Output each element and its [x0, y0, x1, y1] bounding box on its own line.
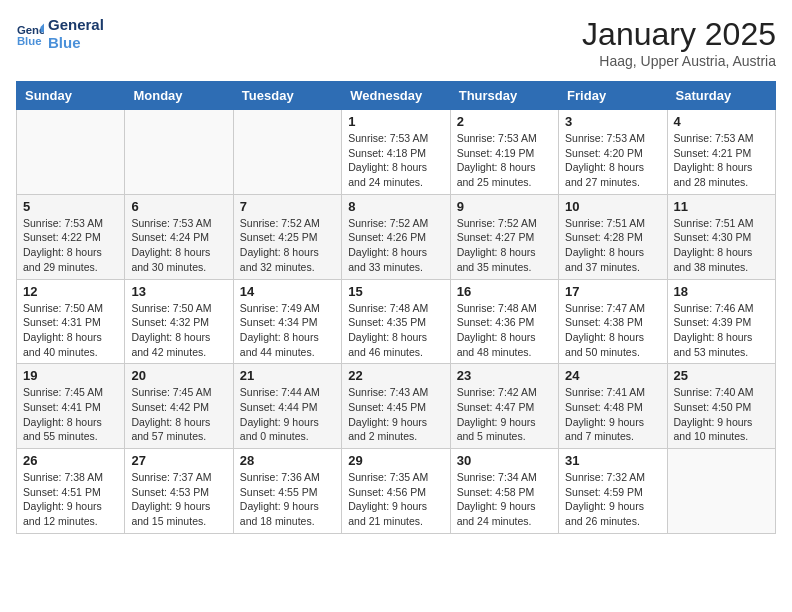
- logo: General Blue General Blue: [16, 16, 104, 52]
- calendar-cell: 18Sunrise: 7:46 AM Sunset: 4:39 PM Dayli…: [667, 279, 775, 364]
- day-info: Sunrise: 7:48 AM Sunset: 4:36 PM Dayligh…: [457, 301, 552, 360]
- day-number: 26: [23, 453, 118, 468]
- day-info: Sunrise: 7:53 AM Sunset: 4:20 PM Dayligh…: [565, 131, 660, 190]
- day-number: 1: [348, 114, 443, 129]
- calendar-header-monday: Monday: [125, 82, 233, 110]
- day-number: 17: [565, 284, 660, 299]
- day-number: 14: [240, 284, 335, 299]
- calendar-cell: [233, 110, 341, 195]
- calendar-cell: 8Sunrise: 7:52 AM Sunset: 4:26 PM Daylig…: [342, 194, 450, 279]
- day-info: Sunrise: 7:51 AM Sunset: 4:30 PM Dayligh…: [674, 216, 769, 275]
- day-info: Sunrise: 7:40 AM Sunset: 4:50 PM Dayligh…: [674, 385, 769, 444]
- day-number: 10: [565, 199, 660, 214]
- day-info: Sunrise: 7:36 AM Sunset: 4:55 PM Dayligh…: [240, 470, 335, 529]
- day-info: Sunrise: 7:45 AM Sunset: 4:41 PM Dayligh…: [23, 385, 118, 444]
- calendar-week-row: 12Sunrise: 7:50 AM Sunset: 4:31 PM Dayli…: [17, 279, 776, 364]
- day-number: 13: [131, 284, 226, 299]
- day-info: Sunrise: 7:45 AM Sunset: 4:42 PM Dayligh…: [131, 385, 226, 444]
- calendar-cell: 26Sunrise: 7:38 AM Sunset: 4:51 PM Dayli…: [17, 449, 125, 534]
- calendar-header-sunday: Sunday: [17, 82, 125, 110]
- calendar-cell: 12Sunrise: 7:50 AM Sunset: 4:31 PM Dayli…: [17, 279, 125, 364]
- calendar-cell: 23Sunrise: 7:42 AM Sunset: 4:47 PM Dayli…: [450, 364, 558, 449]
- calendar-table: SundayMondayTuesdayWednesdayThursdayFrid…: [16, 81, 776, 534]
- calendar-cell: 19Sunrise: 7:45 AM Sunset: 4:41 PM Dayli…: [17, 364, 125, 449]
- day-number: 31: [565, 453, 660, 468]
- calendar-cell: 28Sunrise: 7:36 AM Sunset: 4:55 PM Dayli…: [233, 449, 341, 534]
- page-header: General Blue General Blue January 2025 H…: [16, 16, 776, 69]
- day-info: Sunrise: 7:38 AM Sunset: 4:51 PM Dayligh…: [23, 470, 118, 529]
- day-number: 6: [131, 199, 226, 214]
- day-info: Sunrise: 7:43 AM Sunset: 4:45 PM Dayligh…: [348, 385, 443, 444]
- day-info: Sunrise: 7:52 AM Sunset: 4:27 PM Dayligh…: [457, 216, 552, 275]
- calendar-header-wednesday: Wednesday: [342, 82, 450, 110]
- day-number: 15: [348, 284, 443, 299]
- day-info: Sunrise: 7:48 AM Sunset: 4:35 PM Dayligh…: [348, 301, 443, 360]
- calendar-cell: 27Sunrise: 7:37 AM Sunset: 4:53 PM Dayli…: [125, 449, 233, 534]
- calendar-cell: 14Sunrise: 7:49 AM Sunset: 4:34 PM Dayli…: [233, 279, 341, 364]
- calendar-cell: 17Sunrise: 7:47 AM Sunset: 4:38 PM Dayli…: [559, 279, 667, 364]
- day-info: Sunrise: 7:53 AM Sunset: 4:21 PM Dayligh…: [674, 131, 769, 190]
- day-info: Sunrise: 7:53 AM Sunset: 4:22 PM Dayligh…: [23, 216, 118, 275]
- calendar-cell: 16Sunrise: 7:48 AM Sunset: 4:36 PM Dayli…: [450, 279, 558, 364]
- location: Haag, Upper Austria, Austria: [582, 53, 776, 69]
- day-info: Sunrise: 7:46 AM Sunset: 4:39 PM Dayligh…: [674, 301, 769, 360]
- calendar-cell: 9Sunrise: 7:52 AM Sunset: 4:27 PM Daylig…: [450, 194, 558, 279]
- calendar-cell: 1Sunrise: 7:53 AM Sunset: 4:18 PM Daylig…: [342, 110, 450, 195]
- day-number: 12: [23, 284, 118, 299]
- calendar-cell: 5Sunrise: 7:53 AM Sunset: 4:22 PM Daylig…: [17, 194, 125, 279]
- day-info: Sunrise: 7:49 AM Sunset: 4:34 PM Dayligh…: [240, 301, 335, 360]
- calendar-cell: 15Sunrise: 7:48 AM Sunset: 4:35 PM Dayli…: [342, 279, 450, 364]
- day-number: 16: [457, 284, 552, 299]
- calendar-cell: 24Sunrise: 7:41 AM Sunset: 4:48 PM Dayli…: [559, 364, 667, 449]
- day-number: 22: [348, 368, 443, 383]
- calendar-cell: [17, 110, 125, 195]
- day-number: 27: [131, 453, 226, 468]
- day-number: 30: [457, 453, 552, 468]
- calendar-header-row: SundayMondayTuesdayWednesdayThursdayFrid…: [17, 82, 776, 110]
- day-number: 24: [565, 368, 660, 383]
- calendar-cell: 2Sunrise: 7:53 AM Sunset: 4:19 PM Daylig…: [450, 110, 558, 195]
- day-info: Sunrise: 7:44 AM Sunset: 4:44 PM Dayligh…: [240, 385, 335, 444]
- day-number: 20: [131, 368, 226, 383]
- logo-line1: General: [48, 16, 104, 34]
- day-number: 25: [674, 368, 769, 383]
- day-info: Sunrise: 7:42 AM Sunset: 4:47 PM Dayligh…: [457, 385, 552, 444]
- day-info: Sunrise: 7:35 AM Sunset: 4:56 PM Dayligh…: [348, 470, 443, 529]
- day-info: Sunrise: 7:51 AM Sunset: 4:28 PM Dayligh…: [565, 216, 660, 275]
- calendar-header-tuesday: Tuesday: [233, 82, 341, 110]
- day-number: 7: [240, 199, 335, 214]
- calendar-cell: 6Sunrise: 7:53 AM Sunset: 4:24 PM Daylig…: [125, 194, 233, 279]
- day-number: 5: [23, 199, 118, 214]
- calendar-header-friday: Friday: [559, 82, 667, 110]
- calendar-cell: [125, 110, 233, 195]
- calendar-cell: 29Sunrise: 7:35 AM Sunset: 4:56 PM Dayli…: [342, 449, 450, 534]
- month-title: January 2025: [582, 16, 776, 53]
- calendar-cell: 3Sunrise: 7:53 AM Sunset: 4:20 PM Daylig…: [559, 110, 667, 195]
- day-number: 11: [674, 199, 769, 214]
- day-number: 28: [240, 453, 335, 468]
- calendar-cell: 22Sunrise: 7:43 AM Sunset: 4:45 PM Dayli…: [342, 364, 450, 449]
- logo-icon: General Blue: [16, 20, 44, 48]
- day-info: Sunrise: 7:47 AM Sunset: 4:38 PM Dayligh…: [565, 301, 660, 360]
- calendar-week-row: 1Sunrise: 7:53 AM Sunset: 4:18 PM Daylig…: [17, 110, 776, 195]
- day-info: Sunrise: 7:52 AM Sunset: 4:26 PM Dayligh…: [348, 216, 443, 275]
- day-number: 21: [240, 368, 335, 383]
- calendar-week-row: 26Sunrise: 7:38 AM Sunset: 4:51 PM Dayli…: [17, 449, 776, 534]
- calendar-cell: 7Sunrise: 7:52 AM Sunset: 4:25 PM Daylig…: [233, 194, 341, 279]
- day-info: Sunrise: 7:52 AM Sunset: 4:25 PM Dayligh…: [240, 216, 335, 275]
- day-number: 3: [565, 114, 660, 129]
- calendar-week-row: 5Sunrise: 7:53 AM Sunset: 4:22 PM Daylig…: [17, 194, 776, 279]
- day-info: Sunrise: 7:50 AM Sunset: 4:31 PM Dayligh…: [23, 301, 118, 360]
- calendar-cell: 30Sunrise: 7:34 AM Sunset: 4:58 PM Dayli…: [450, 449, 558, 534]
- calendar-cell: 20Sunrise: 7:45 AM Sunset: 4:42 PM Dayli…: [125, 364, 233, 449]
- day-info: Sunrise: 7:32 AM Sunset: 4:59 PM Dayligh…: [565, 470, 660, 529]
- day-number: 29: [348, 453, 443, 468]
- day-info: Sunrise: 7:53 AM Sunset: 4:18 PM Dayligh…: [348, 131, 443, 190]
- calendar-header-saturday: Saturday: [667, 82, 775, 110]
- day-info: Sunrise: 7:37 AM Sunset: 4:53 PM Dayligh…: [131, 470, 226, 529]
- calendar-header-thursday: Thursday: [450, 82, 558, 110]
- day-info: Sunrise: 7:50 AM Sunset: 4:32 PM Dayligh…: [131, 301, 226, 360]
- day-number: 19: [23, 368, 118, 383]
- calendar-cell: 31Sunrise: 7:32 AM Sunset: 4:59 PM Dayli…: [559, 449, 667, 534]
- calendar-cell: 21Sunrise: 7:44 AM Sunset: 4:44 PM Dayli…: [233, 364, 341, 449]
